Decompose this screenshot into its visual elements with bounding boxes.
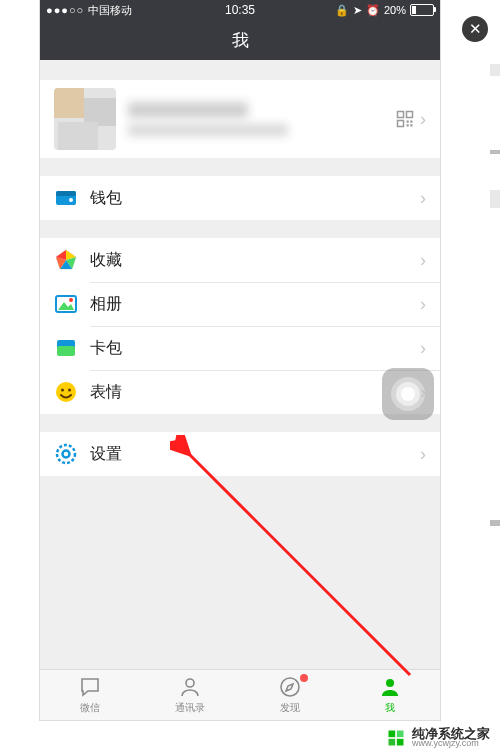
svg-point-23 (68, 389, 71, 392)
svg-rect-8 (56, 191, 76, 196)
chevron-right-icon: › (420, 338, 426, 359)
close-icon: ✕ (469, 20, 482, 38)
svg-rect-5 (407, 124, 409, 126)
menu-label: 设置 (90, 444, 420, 465)
page-title: 我 (232, 29, 249, 52)
menu-label: 相册 (90, 294, 420, 315)
page-scratch (490, 520, 500, 526)
menu-label: 钱包 (90, 188, 420, 209)
page-scratch (490, 64, 500, 76)
svg-point-28 (281, 678, 299, 696)
svg-point-25 (63, 451, 70, 458)
tab-discover[interactable]: 发现 (240, 670, 340, 720)
svg-rect-1 (407, 112, 413, 118)
chevron-right-icon: › (420, 444, 426, 465)
menu-wallet[interactable]: 钱包 › (40, 176, 440, 220)
tab-label: 发现 (280, 701, 300, 715)
menu-favorites[interactable]: 收藏 › (40, 238, 440, 282)
clock-label: 10:35 (40, 3, 440, 17)
svg-rect-30 (389, 730, 396, 737)
svg-point-22 (61, 389, 64, 392)
page-scratch (490, 190, 500, 208)
menu-cards[interactable]: 卡包 › (40, 326, 440, 370)
phone-frame: ●●●○○ 中国移动 10:35 🔒 ➤ ⏰ 20% 我 (40, 0, 440, 720)
menu-album[interactable]: 相册 › (40, 282, 440, 326)
qr-icon (396, 110, 414, 128)
tab-bar: 微信 通讯录 发现 我 (40, 669, 440, 720)
tab-label: 我 (385, 701, 395, 715)
svg-rect-0 (398, 112, 404, 118)
wallet-icon (54, 186, 78, 210)
tab-contacts[interactable]: 通讯录 (140, 670, 240, 720)
svg-point-9 (69, 198, 73, 202)
watermark: 纯净系统之家 www.ycwjzy.com (386, 727, 490, 749)
menu-label: 卡包 (90, 338, 420, 359)
profile-name-blurred (128, 102, 248, 118)
svg-point-24 (57, 445, 75, 463)
svg-marker-17 (58, 302, 74, 310)
brand-logo-icon (386, 728, 406, 748)
svg-point-29 (386, 679, 394, 687)
chevron-right-icon: › (420, 250, 426, 271)
tab-label: 通讯录 (175, 701, 205, 715)
chevron-right-icon: › (420, 109, 426, 130)
profile-texts (128, 102, 396, 136)
chevron-right-icon: › (420, 294, 426, 315)
svg-point-18 (69, 298, 73, 302)
avatar (54, 88, 116, 150)
chevron-right-icon: › (420, 188, 426, 209)
svg-rect-6 (410, 124, 412, 126)
tab-chat[interactable]: 微信 (40, 670, 140, 720)
svg-point-27 (186, 679, 194, 687)
svg-point-21 (56, 382, 76, 402)
battery-icon (410, 4, 434, 16)
svg-rect-4 (410, 121, 412, 123)
favorites-icon (54, 248, 78, 272)
notification-dot-icon (300, 674, 308, 682)
svg-rect-33 (397, 739, 404, 746)
assistive-touch-button[interactable] (382, 368, 434, 420)
overlay-close-button[interactable]: ✕ (462, 16, 488, 42)
profile-row[interactable]: › (40, 80, 440, 158)
status-bar: ●●●○○ 中国移动 10:35 🔒 ➤ ⏰ 20% (40, 0, 440, 20)
menu-settings[interactable]: 设置 › (40, 432, 440, 476)
menu-stickers[interactable]: 表情 › (40, 370, 440, 414)
cards-icon (54, 336, 78, 360)
svg-rect-3 (407, 121, 409, 123)
svg-rect-31 (397, 730, 404, 737)
album-icon (54, 292, 78, 316)
nav-bar: 我 (40, 20, 440, 60)
tab-me[interactable]: 我 (340, 670, 440, 720)
brand-url: www.ycwjzy.com (412, 739, 490, 749)
tab-label: 微信 (80, 701, 100, 715)
menu-label: 收藏 (90, 250, 420, 271)
profile-id-blurred (128, 124, 288, 136)
svg-rect-2 (398, 121, 404, 127)
svg-rect-20 (57, 346, 75, 356)
settings-gear-icon (54, 442, 78, 466)
page-scratch (490, 150, 500, 154)
sticker-icon (54, 380, 78, 404)
menu-label: 表情 (90, 382, 420, 403)
svg-rect-32 (389, 739, 396, 746)
content-scroll: › 钱包 › 收藏 › (40, 60, 440, 670)
